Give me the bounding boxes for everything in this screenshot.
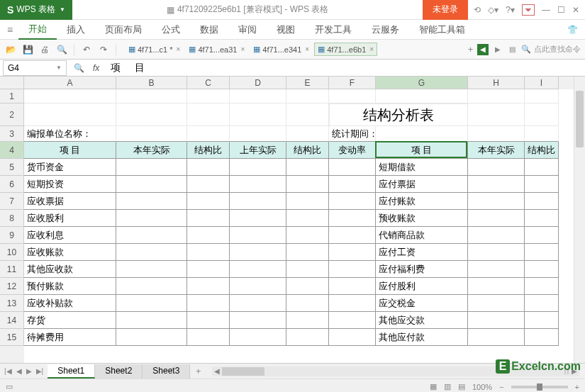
row-header-5[interactable]: 5 (0, 159, 24, 176)
cell[interactable] (329, 244, 376, 261)
cell[interactable]: 结构比 (187, 142, 230, 159)
menu-视图[interactable]: 视图 (267, 20, 305, 40)
sheet-tab-Sheet1[interactable]: Sheet1 (48, 364, 95, 379)
cell[interactable]: 短期投资 (24, 176, 116, 193)
namebox-dropdown-icon[interactable]: ▼ (56, 65, 62, 71)
close-tab-icon[interactable]: × (305, 45, 309, 53)
cell[interactable] (468, 210, 525, 227)
cell[interactable] (116, 329, 187, 346)
cell[interactable] (187, 210, 230, 227)
cell[interactable]: 预付账款 (24, 278, 116, 295)
app-badge[interactable]: S WPS 表格 ▼ (0, 0, 72, 20)
row-header-2[interactable]: 2 (0, 103, 24, 126)
cell[interactable] (525, 278, 559, 295)
cell[interactable] (329, 261, 376, 278)
cell[interactable] (468, 126, 525, 142)
formula-input[interactable]: 项 目 (106, 62, 585, 74)
doc-tab[interactable]: ▦4f71...e6b1× (314, 43, 377, 56)
cell[interactable] (230, 159, 286, 176)
cell[interactable]: 应付工资 (376, 244, 468, 261)
cell[interactable]: 应交税金 (376, 295, 468, 312)
row-header-9[interactable]: 9 (0, 227, 24, 244)
zoom-out-button[interactable]: − (499, 383, 503, 391)
cell[interactable]: 结构分析表 (329, 103, 468, 126)
cell[interactable] (230, 261, 286, 278)
hscroll-right-icon[interactable]: ▶ (569, 367, 579, 375)
tab-nav-right[interactable]: ▶ (493, 45, 503, 53)
cell[interactable] (230, 312, 286, 329)
cell[interactable] (525, 89, 559, 103)
cell[interactable] (116, 193, 187, 210)
cell[interactable] (525, 193, 559, 210)
cell[interactable] (468, 312, 525, 329)
cell[interactable]: 变动率 (329, 142, 376, 159)
cell[interactable] (230, 176, 286, 193)
cell[interactable] (230, 278, 286, 295)
cell[interactable] (468, 89, 525, 103)
row-header-14[interactable]: 14 (0, 312, 24, 329)
command-search[interactable]: 🔍 点此查找命令 (521, 44, 581, 55)
cell[interactable] (525, 329, 559, 346)
cell[interactable]: 应收补贴款 (24, 295, 116, 312)
zoom-slider[interactable] (511, 386, 568, 388)
doc-tab[interactable]: ▦4f71...e341× (250, 43, 313, 56)
menu-插入[interactable]: 插入 (57, 20, 95, 40)
cell[interactable] (187, 159, 230, 176)
cell[interactable] (230, 329, 286, 346)
open-icon[interactable]: 📂 (4, 43, 17, 56)
pin-icon[interactable]: ⏷ (522, 4, 535, 16)
cell[interactable] (24, 89, 116, 103)
cell[interactable] (525, 210, 559, 227)
cell[interactable] (230, 103, 286, 126)
row-header-12[interactable]: 12 (0, 278, 24, 295)
preview-icon[interactable]: 🔍 (55, 43, 68, 56)
close-tab-icon[interactable]: × (240, 45, 245, 53)
col-header-B[interactable]: B (116, 77, 187, 89)
cell[interactable] (286, 176, 329, 193)
row-header-7[interactable]: 7 (0, 193, 24, 210)
hamburger-icon[interactable]: ≡ (3, 24, 17, 35)
cell[interactable] (525, 295, 559, 312)
skin-icon[interactable]: 👕 (563, 25, 582, 35)
cell[interactable] (286, 89, 329, 103)
cell[interactable] (525, 126, 559, 142)
cell[interactable] (230, 126, 286, 142)
cell[interactable] (187, 193, 230, 210)
cell[interactable] (286, 278, 329, 295)
cell[interactable] (116, 244, 187, 261)
cell[interactable] (329, 227, 376, 244)
row-header-8[interactable]: 8 (0, 210, 24, 227)
doc-tab[interactable]: ▦4f71...c1 *× (125, 43, 184, 56)
row-header-10[interactable]: 10 (0, 244, 24, 261)
horizontal-scrollbar[interactable]: ◀ ⁞⁞ ▶ (212, 366, 579, 376)
view-normal-icon[interactable]: ▦ (430, 382, 437, 391)
app-menu-dropdown-icon[interactable]: ▼ (60, 6, 65, 13)
name-box[interactable]: G4 ▼ (3, 60, 67, 76)
vscroll-thumb[interactable] (576, 91, 584, 147)
cell[interactable] (468, 244, 525, 261)
row-header-11[interactable]: 11 (0, 261, 24, 278)
row-header-13[interactable]: 13 (0, 295, 24, 312)
cell[interactable] (329, 295, 376, 312)
menu-云服务[interactable]: 云服务 (362, 20, 409, 40)
cell[interactable] (376, 126, 468, 142)
cell[interactable] (230, 193, 286, 210)
cell[interactable] (286, 329, 329, 346)
hscroll-thumb[interactable] (222, 367, 264, 376)
cell[interactable] (230, 89, 286, 103)
cell[interactable] (376, 89, 468, 103)
cell[interactable] (525, 312, 559, 329)
doc-tab[interactable]: ▦4f71...ea31× (185, 43, 248, 56)
save-icon[interactable]: 💾 (21, 43, 34, 56)
cell[interactable]: 应收股利 (24, 210, 116, 227)
zoom-in-button[interactable]: + (575, 383, 579, 391)
cell[interactable] (286, 261, 329, 278)
cell[interactable]: 待摊费用 (24, 329, 116, 346)
cell[interactable] (230, 210, 286, 227)
hscroll-left-icon[interactable]: ◀ (212, 367, 222, 375)
cell[interactable] (286, 312, 329, 329)
view-page-icon[interactable]: ▥ (444, 382, 451, 391)
cell[interactable] (525, 244, 559, 261)
cell[interactable]: 应付福利费 (376, 261, 468, 278)
cell[interactable]: 结构比 (525, 142, 559, 159)
